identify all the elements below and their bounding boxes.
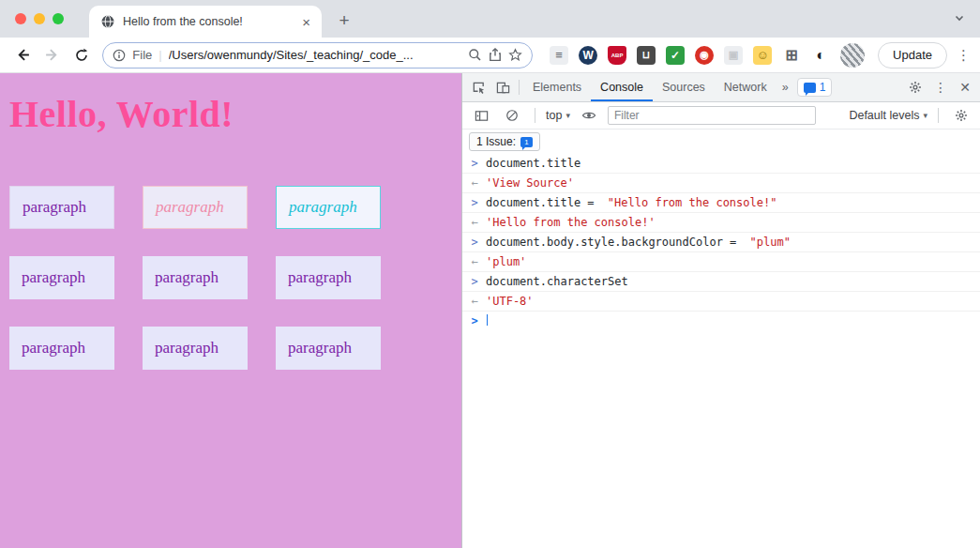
reload-icon[interactable] xyxy=(68,41,95,69)
window-controls xyxy=(15,13,64,24)
console-text: 'View Source' xyxy=(486,176,574,190)
issue-chip-label: 1 Issue: xyxy=(476,135,516,148)
paragraph-grid: paragraphparagraphparagraphparagraphpara… xyxy=(9,186,461,370)
devtools-tab-network[interactable]: Network xyxy=(715,73,776,101)
dark-mode-icon[interactable]: ◐ xyxy=(811,46,830,65)
browser-tab[interactable]: Hello from the console! × xyxy=(89,6,322,38)
wordpress-icon[interactable]: W xyxy=(579,46,597,65)
browser-window: Hello from the console! × + File | /User… xyxy=(0,0,980,548)
console-prompt-chevron-icon: > xyxy=(470,196,479,209)
context-selector[interactable]: top ▾ xyxy=(546,109,570,122)
new-tab-button[interactable]: + xyxy=(331,8,357,34)
console-input-line: >document.title = "Hello from the consol… xyxy=(462,193,980,213)
divider xyxy=(938,108,939,123)
issues-bubble-icon xyxy=(804,83,816,93)
update-button[interactable]: Update xyxy=(878,42,947,68)
console-result-arrow-icon: ← xyxy=(470,255,479,268)
tab-close-icon[interactable]: × xyxy=(302,15,310,29)
tab-strip: Hello from the console! × + xyxy=(0,0,980,38)
live-expression-eye-icon[interactable] xyxy=(577,103,601,128)
console-sidebar-icon[interactable] xyxy=(469,103,493,128)
issue-bubble-icon: 1 xyxy=(520,137,533,147)
devtools-tab-console[interactable]: Console xyxy=(591,73,653,101)
zoom-icon[interactable] xyxy=(468,48,482,62)
console-input-line: >document.title xyxy=(462,154,980,174)
browser-menu-kebab-icon[interactable]: ⋮ xyxy=(957,47,971,64)
navigation-bar: File | /Users/owenmundy/Sites/_teaching/… xyxy=(0,38,980,73)
divider xyxy=(535,108,535,123)
console-result-arrow-icon: ← xyxy=(470,295,479,308)
url-scheme-label: File xyxy=(132,48,152,62)
paragraph-box: paragraph xyxy=(276,256,381,299)
inspect-element-icon[interactable] xyxy=(466,75,490,99)
devtools-close-icon[interactable]: ✕ xyxy=(954,80,976,95)
console-result-line: ←'Hello from the console!' xyxy=(462,213,980,233)
traffic-light-zoom[interactable] xyxy=(53,13,64,24)
issue-chip[interactable]: 1 Issue: 1 xyxy=(469,132,540,151)
issues-count: 1 xyxy=(820,81,826,94)
console-settings-gear-icon[interactable] xyxy=(949,103,973,128)
trash-icon[interactable]: ⊔ xyxy=(637,46,656,65)
console-text: document.body.style.backgroundColor = xyxy=(486,236,744,249)
context-selector-label: top xyxy=(546,109,562,122)
paragraph-box: paragraph xyxy=(9,256,114,299)
console-input-line: >document.characterSet xyxy=(462,272,980,292)
more-panels-icon[interactable]: » xyxy=(776,81,793,94)
profile-avatar[interactable] xyxy=(840,43,865,68)
console-input-line: >document.body.style.backgroundColor = "… xyxy=(462,233,980,252)
console-text: 'plum' xyxy=(486,255,526,268)
traffic-light-minimize[interactable] xyxy=(34,13,45,24)
extensions-puzzle-icon[interactable]: ⊞ xyxy=(782,46,801,65)
device-toolbar-icon[interactable] xyxy=(490,75,515,99)
paragraph-box: paragraph xyxy=(143,327,248,370)
info-icon[interactable] xyxy=(113,49,126,62)
devtools-tab-sources[interactable]: Sources xyxy=(653,73,715,101)
doc-icon[interactable]: ≡ xyxy=(550,46,568,65)
devtools-controls: ⋮ ✕ xyxy=(903,75,976,99)
log-levels-selector[interactable]: Default levels ▾ xyxy=(849,109,927,122)
console-text: "Hello from the console!" xyxy=(608,196,777,209)
devtools-kebab-icon[interactable]: ⋮ xyxy=(929,80,952,95)
console-output: >document.title←'View Source'>document.t… xyxy=(462,154,980,548)
web-page: Hello, World! paragraphparagraphparagrap… xyxy=(0,73,461,548)
tab-search-chevron-icon[interactable] xyxy=(954,12,965,23)
devtools-panel: ElementsConsoleSourcesNetwork » 1 ⋮ ✕ xyxy=(461,73,980,548)
url-separator: | xyxy=(158,48,161,62)
chevron-down-icon: ▾ xyxy=(565,111,570,120)
console-prompt-line[interactable]: > xyxy=(462,312,980,330)
forward-icon[interactable] xyxy=(38,41,66,69)
console-text: 'UTF-8' xyxy=(486,295,534,308)
console-toolbar: top ▾ Default levels ▾ xyxy=(462,102,980,129)
issues-counter[interactable]: 1 xyxy=(797,78,833,97)
console-text: document.characterSet xyxy=(486,275,628,288)
address-bar[interactable]: File | /Users/owenmundy/Sites/_teaching/… xyxy=(102,42,533,68)
console-text: document.title xyxy=(486,157,580,170)
console-text: document.title = xyxy=(486,196,601,209)
devtools-settings-gear-icon[interactable] xyxy=(903,75,927,99)
blocker-icon[interactable]: ◉ xyxy=(695,46,714,65)
console-prompt-chevron-icon: > xyxy=(470,236,479,249)
devtools-tab-bar: ElementsConsoleSourcesNetwork » 1 ⋮ ✕ xyxy=(462,73,980,102)
traffic-light-close[interactable] xyxy=(15,13,26,24)
share-icon[interactable] xyxy=(489,48,502,62)
content-area: Hello, World! paragraphparagraphparagrap… xyxy=(0,73,980,548)
devtools-tab-elements[interactable]: Elements xyxy=(523,73,591,101)
page-heading: Hello, World! xyxy=(9,92,461,136)
paragraph-box: paragraph xyxy=(9,186,114,229)
console-result-arrow-icon: ← xyxy=(470,176,479,190)
back-icon[interactable] xyxy=(9,41,37,69)
adblock-plus-icon[interactable]: ABP xyxy=(608,46,626,65)
bookmark-star-icon[interactable] xyxy=(508,48,522,62)
paragraph-box: paragraph xyxy=(143,256,248,299)
console-prompt-chevron-icon: > xyxy=(470,314,479,327)
clear-console-icon[interactable] xyxy=(500,103,524,128)
capture-icon[interactable]: ✓ xyxy=(666,46,685,65)
console-text: 'Hello from the console!' xyxy=(486,216,656,229)
console-filter-input[interactable] xyxy=(608,106,816,125)
console-result-line: ←'View Source' xyxy=(462,174,980,193)
thumbs-up-icon[interactable]: ☺ xyxy=(753,46,772,65)
inactive-extension-icon[interactable]: ▣ xyxy=(724,46,743,65)
tab-title: Hello from the console! xyxy=(123,15,294,28)
paragraph-box: paragraph xyxy=(9,327,114,370)
console-result-line: ←'plum' xyxy=(462,252,980,272)
